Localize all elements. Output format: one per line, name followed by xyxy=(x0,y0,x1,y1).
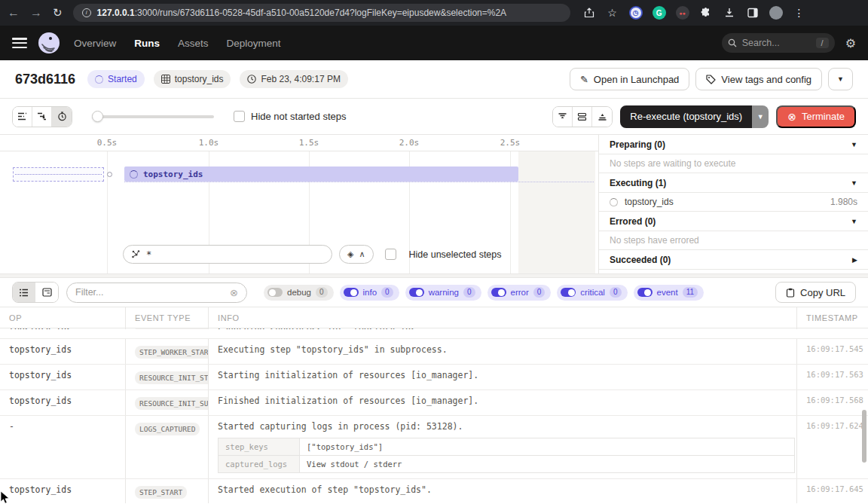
tag-icon xyxy=(706,75,716,84)
log-row[interactable]: topstory_ids STEP_WORKER_STARTED Executi… xyxy=(0,339,868,365)
level-count: 11 xyxy=(683,287,698,298)
nav-runs[interactable]: Runs xyxy=(134,38,160,49)
event-type-tag: STEP_WORKER_STARTED xyxy=(135,346,209,359)
nav-assets[interactable]: Assets xyxy=(178,38,209,49)
log-scrollbar[interactable] xyxy=(862,410,866,463)
search-icon xyxy=(728,38,737,47)
terminate-button[interactable]: ⊗ Terminate xyxy=(776,105,856,128)
preparing-section-header[interactable]: Preparing (0) ▼ xyxy=(599,135,868,154)
log-row[interactable]: topstory_ids STEP_WORKER_STARTI… Launchi… xyxy=(0,328,868,339)
browser-back-icon[interactable]: ← xyxy=(8,6,20,20)
toggle-icon xyxy=(344,288,359,297)
reexecute-button[interactable]: Re-execute (topstory_ids) xyxy=(620,105,752,128)
chevron-down-icon: ▼ xyxy=(851,179,857,187)
zoom-slider[interactable] xyxy=(93,115,214,118)
downloads-icon[interactable] xyxy=(723,6,736,20)
captured-logs-link[interactable]: View stdout / stderr xyxy=(300,456,794,472)
log-filter-input[interactable]: ⊗ xyxy=(66,283,247,303)
axis-tick: 0.5s xyxy=(97,138,118,148)
graph-options-button[interactable]: ◈ ∧ xyxy=(339,245,374,264)
share-icon[interactable] xyxy=(582,6,596,20)
toggle-icon xyxy=(409,288,424,297)
gantt-step-bar[interactable]: topstory_ids xyxy=(124,166,518,182)
hide-unselected-label: Hide unselected steps xyxy=(409,249,502,260)
view-flat-button[interactable] xyxy=(13,107,32,127)
split-panels-button[interactable] xyxy=(573,107,592,127)
gantt-marker-dot xyxy=(107,172,112,177)
profile-avatar[interactable] xyxy=(769,6,783,20)
open-in-launchpad-button[interactable]: ✎ Open in Launchpad xyxy=(570,68,689,90)
meta-value: ["topstory_ids"] xyxy=(300,438,794,455)
nav-deployment[interactable]: Deployment xyxy=(227,38,281,49)
log-row[interactable]: - LOGS_CAPTURED Started capturing logs i… xyxy=(0,416,868,479)
hamburger-menu-icon[interactable] xyxy=(12,38,27,48)
hide-unselected-checkbox[interactable] xyxy=(385,249,396,260)
bookmark-star-icon[interactable]: ☆ xyxy=(606,6,619,20)
step-selector-value[interactable] xyxy=(146,249,324,260)
hide-not-started-checkbox[interactable] xyxy=(234,111,245,122)
step-selector-input[interactable] xyxy=(123,245,332,264)
axis-tick: 2.5s xyxy=(500,138,521,148)
extension-grammarly-icon[interactable]: G xyxy=(653,6,666,20)
zoom-slider-thumb[interactable] xyxy=(92,111,103,122)
extension-clock-icon[interactable]: ◷ xyxy=(629,6,643,20)
log-level-filters: debug 0 info 0 warning 0 error 0 critica… xyxy=(264,285,704,301)
run-job-pill[interactable]: topstory_ids xyxy=(154,70,231,88)
reexecute-split-button: Re-execute (topstory_ids) ▼ xyxy=(620,105,769,128)
level-toggle-error[interactable]: error 0 xyxy=(487,285,552,301)
run-id: 673d6116 xyxy=(15,72,75,87)
spinner-icon xyxy=(130,170,138,179)
level-count: 0 xyxy=(316,287,328,298)
cancel-circle-icon: ⊗ xyxy=(787,111,796,123)
site-info-icon[interactable]: i xyxy=(82,8,91,17)
reexecute-caret-icon[interactable]: ▼ xyxy=(752,105,769,128)
errored-empty-text: No steps have errored xyxy=(599,231,868,250)
level-toggle-debug[interactable]: debug 0 xyxy=(264,285,334,301)
clear-filter-icon[interactable]: ⊗ xyxy=(230,287,238,298)
browser-reload-icon[interactable]: ↻ xyxy=(53,6,63,20)
browser-forward-icon[interactable]: → xyxy=(30,6,42,20)
nav-overview[interactable]: Overview xyxy=(74,38,116,49)
log-list-view-button[interactable] xyxy=(13,283,35,302)
collapse-top-button[interactable] xyxy=(592,107,612,127)
log-structured-view-button[interactable] xyxy=(35,283,58,302)
view-waterfall-button[interactable] xyxy=(32,107,52,127)
succeeded-section-header[interactable]: Succeeded (0) ▶ xyxy=(599,250,868,270)
settings-gear-icon[interactable]: ⚙ xyxy=(845,36,856,50)
browser-menu-icon[interactable]: ⋮ xyxy=(793,6,806,20)
view-tags-config-button[interactable]: View tags and config xyxy=(695,68,822,90)
dagster-logo[interactable] xyxy=(38,32,60,54)
meta-key: step_keys xyxy=(219,438,300,455)
collapse-bottom-button[interactable] xyxy=(553,107,573,127)
copy-url-button[interactable]: Copy URL xyxy=(775,282,856,303)
run-more-actions-button[interactable]: ▼ xyxy=(828,68,853,90)
url-text: 127.0.0.1:3000/runs/673d6116-0528-45df-a… xyxy=(97,8,507,18)
executing-section-header[interactable]: Executing (1) ▼ xyxy=(599,173,868,193)
errored-section-header[interactable]: Errored (0) ▼ xyxy=(599,212,868,231)
log-filter-field[interactable] xyxy=(75,287,230,298)
log-section: ⊗ debug 0 info 0 warning 0 error 0 xyxy=(0,278,868,504)
gantt-step-label: topstory_ids xyxy=(143,170,203,179)
gantt-view-mode-segment xyxy=(12,106,72,127)
log-row[interactable]: topstory_ids RESOURCE_INIT_SUCC… Finishe… xyxy=(0,390,868,416)
extensions-puzzle-icon[interactable] xyxy=(699,6,713,20)
sidepanel-icon[interactable] xyxy=(746,6,760,20)
grid-icon xyxy=(161,75,170,84)
level-count: 0 xyxy=(533,287,546,298)
view-timed-button[interactable] xyxy=(52,107,72,127)
level-toggle-warning[interactable]: warning 0 xyxy=(405,285,481,301)
chevron-down-icon: ▼ xyxy=(851,141,857,148)
global-search[interactable]: Search... / xyxy=(722,33,835,53)
log-row[interactable]: topstory_ids STEP_START Started executio… xyxy=(0,479,868,503)
level-toggle-critical[interactable]: critical 0 xyxy=(557,285,627,301)
log-row[interactable]: topstory_ids RESOURCE_INIT_STAR… Startin… xyxy=(0,365,868,390)
level-toggle-event[interactable]: event 11 xyxy=(634,285,704,301)
level-toggle-info[interactable]: info 0 xyxy=(340,285,399,301)
executing-step-row[interactable]: topstory_ids 1.980s xyxy=(599,193,868,212)
address-bar[interactable]: i 127.0.0.1:3000/runs/673d6116-0528-45df… xyxy=(73,4,570,22)
event-type-tag: LOGS_CAPTURED xyxy=(135,423,200,435)
col-info: INFO xyxy=(209,307,797,328)
extension-dark-icon[interactable]: ●● xyxy=(676,6,689,20)
run-status-badge: Started xyxy=(87,70,145,88)
log-meta-table: step_keys ["topstory_ids"] captured_logs… xyxy=(218,438,795,473)
